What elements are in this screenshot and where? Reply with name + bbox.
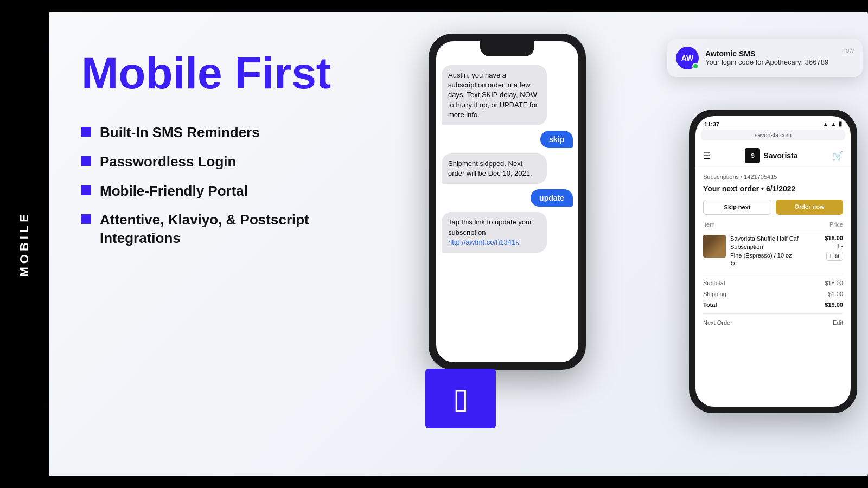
subtotal-row: Subtotal $18.00 [703, 280, 843, 286]
signal-icon: ▲ [822, 121, 828, 127]
sms-phone: Austin, you have a subscription order in… [429, 34, 586, 370]
notification-body: Awtomic SMS Your login code for Apotheca… [705, 49, 835, 67]
item-price: $18.00 [825, 235, 843, 241]
portal-nav: ☰ S Savorista 🛒 [695, 144, 851, 168]
refresh-icon: ↻ [730, 260, 735, 267]
notification-time: now [842, 47, 854, 54]
sms-link[interactable]: http://awtmt.co/h1341k [448, 238, 519, 246]
status-bar: 11:37 ▲ ▲ ▮ [695, 116, 851, 130]
item-details: Savorista Shuffle Half Caf Subscription … [730, 235, 820, 268]
next-order-row: Next Order Edit [703, 319, 843, 326]
breadcrumb: Subscriptions / 1421705415 [703, 174, 843, 180]
battery-icon: ▮ [839, 120, 842, 127]
divider [703, 313, 843, 314]
online-dot [692, 63, 699, 69]
status-time: 11:37 [704, 121, 719, 127]
portal-logo: S Savorista [745, 148, 797, 163]
brand-name: Savorista [763, 151, 797, 160]
sms-skip-button[interactable]: skip [540, 131, 573, 148]
bullet-icon [81, 214, 91, 224]
sms-phone-inner: Austin, you have a subscription order in… [436, 41, 578, 362]
sms-message-incoming-3: Tap this link to update your subscriptio… [442, 212, 547, 253]
cart-icon[interactable]: 🛒 [832, 151, 843, 161]
url-bar[interactable]: savorista.com [701, 130, 845, 140]
sms-message-incoming-1: Austin, you have a subscription order in… [442, 65, 547, 125]
item-image [703, 235, 726, 258]
side-label-text: MOBILE [17, 211, 31, 277]
order-now-button[interactable]: Order now [776, 200, 843, 215]
mobile-icon-box: ▯ [425, 369, 496, 428]
shipping-row: Shipping $1.00 [703, 291, 843, 297]
divider [703, 274, 843, 274]
phone-notch [480, 41, 534, 56]
right-panel: AW Awtomic SMS Your login code for Apoth… [396, 12, 868, 476]
order-title: Your next order • 6/1/2022 [703, 184, 843, 193]
portal-phone-inner: 11:37 ▲ ▲ ▮ savorista.com ☰ S Savorista [695, 116, 851, 407]
item-name: Savorista Shuffle Half Caf Subscription [730, 235, 820, 252]
col-price: Price [829, 221, 843, 228]
slide: Mobile First Built-In SMS Reminders Pass… [49, 12, 868, 476]
notification-title: Awtomic SMS [705, 49, 835, 58]
sms-update-button[interactable]: update [531, 189, 573, 207]
page-title: Mobile First [81, 50, 363, 97]
list-item: Attentive, Klaviyo, & Postscript Integra… [81, 211, 363, 248]
table-header: Item Price [703, 221, 843, 230]
bullet-icon [81, 127, 91, 137]
bullet-icon [81, 156, 91, 166]
skip-next-button[interactable]: Skip next [703, 200, 771, 215]
wifi-icon: ▲ [831, 121, 837, 127]
phone-icon: ▯ [453, 382, 469, 415]
item-qty: 1 • [837, 243, 843, 249]
sms-message-incoming-2: Shipment skipped. Next order will be Dec… [442, 153, 547, 184]
table-row: Savorista Shuffle Half Caf Subscription … [703, 235, 843, 268]
sms-chat-area: Austin, you have a subscription order in… [436, 61, 578, 362]
list-item: Built-In SMS Reminders [81, 124, 363, 142]
feature-label: Built-In SMS Reminders [100, 124, 260, 142]
feature-label: Passwordless Login [100, 153, 236, 171]
edit-item-button[interactable]: Edit [826, 252, 843, 261]
notification-message: Your login code for Apothecary: 366789 [705, 58, 835, 67]
hamburger-icon[interactable]: ☰ [703, 151, 711, 161]
item-detail: Fine (Espresso) / 10 oz [730, 252, 820, 260]
bullet-icon [81, 185, 91, 195]
left-panel: Mobile First Built-In SMS Reminders Pass… [49, 12, 396, 476]
list-item: Passwordless Login [81, 153, 363, 171]
logo-icon: S [745, 148, 760, 163]
status-icons: ▲ ▲ ▮ [822, 120, 842, 127]
avatar: AW [676, 47, 699, 69]
order-action-buttons: Skip next Order now [703, 200, 843, 215]
notification-card: AW Awtomic SMS Your login code for Apoth… [667, 39, 863, 77]
feature-list: Built-In SMS Reminders Passwordless Logi… [81, 124, 363, 248]
feature-label: Mobile-Friendly Portal [100, 182, 248, 201]
list-item: Mobile-Friendly Portal [81, 182, 363, 201]
total-row: Total $19.00 [703, 301, 843, 308]
portal-content: Subscriptions / 1421705415 Your next ord… [695, 168, 851, 407]
portal-phone: 11:37 ▲ ▲ ▮ savorista.com ☰ S Savorista [689, 110, 857, 413]
side-label-bar: MOBILE [0, 0, 49, 488]
col-item: Item [703, 221, 714, 228]
feature-label: Attentive, Klaviyo, & Postscript Integra… [100, 211, 363, 248]
